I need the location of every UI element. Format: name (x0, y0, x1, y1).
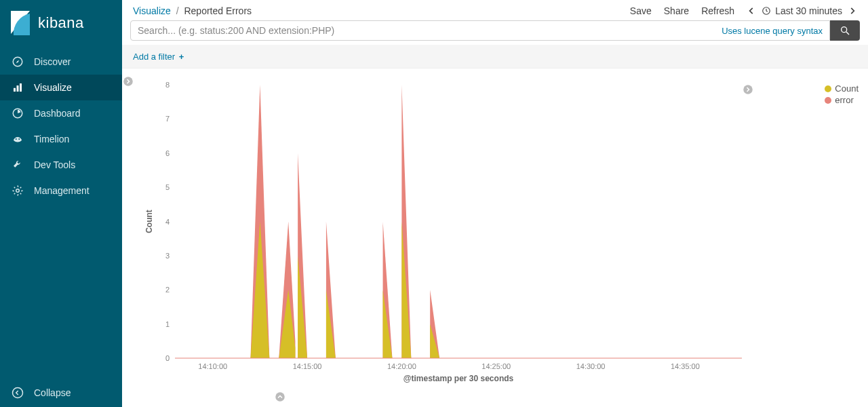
nav-label: Management (34, 185, 90, 196)
search-row: Uses lucene query syntax (122, 19, 868, 45)
sidebar-item-discover-icon (12, 56, 24, 68)
lucene-syntax-link[interactable]: Uses lucene query syntax (722, 26, 823, 36)
svg-text:14:30:00: 14:30:00 (576, 362, 606, 370)
time-prev-button[interactable] (747, 6, 756, 16)
sidebar-item-management-icon (12, 185, 24, 197)
svg-text:14:10:00: 14:10:00 (198, 362, 227, 370)
nav-label: Timelion (34, 134, 69, 144)
sidebar-item-management[interactable]: Management (0, 178, 122, 204)
chevron-circle-up-icon (274, 391, 286, 403)
topbar-actions: Save Share Refresh Last 30 minutes (630, 5, 857, 16)
breadcrumb: Visualize / Reported Errors (133, 5, 252, 16)
main: Visualize / Reported Errors Save Share R… (122, 0, 868, 407)
chevron-right-icon (848, 6, 857, 16)
nav-label: Dev Tools (34, 159, 75, 170)
collapse-icon (12, 387, 24, 399)
expand-sidepanel-button[interactable] (122, 75, 134, 90)
svg-text:Count: Count (144, 210, 154, 233)
svg-point-8 (16, 189, 20, 193)
svg-point-6 (16, 138, 17, 140)
sidebar-item-dev-tools-icon (12, 159, 24, 171)
sidebar-item-dashboard[interactable]: Dashboard (0, 100, 122, 126)
viz-area: 01234567814:10:0014:15:0014:20:0014:25:0… (122, 69, 868, 407)
add-filter-label: Add a filter (133, 52, 175, 62)
sidebar-item-timelion-icon (12, 133, 24, 145)
svg-text:2: 2 (165, 286, 170, 294)
legend-label: Count (835, 83, 859, 94)
brand-logo[interactable]: kibana (0, 0, 122, 46)
legend-dot (825, 85, 831, 92)
sidebar-item-timelion[interactable]: Timelion (0, 126, 122, 152)
svg-rect-4 (20, 83, 22, 92)
svg-text:4: 4 (165, 218, 170, 226)
legend-label: error (835, 95, 853, 105)
chevron-left-icon (747, 6, 756, 16)
svg-text:3: 3 (165, 252, 170, 260)
nav-label: Discover (34, 56, 71, 67)
time-range-label: Last 30 minutes (775, 5, 842, 16)
refresh-button[interactable]: Refresh (701, 5, 734, 16)
svg-text:14:20:00: 14:20:00 (387, 362, 416, 370)
clock-icon (762, 6, 771, 16)
svg-text:6: 6 (165, 149, 170, 157)
chart-container: 01234567814:10:0014:15:0014:20:0014:25:0… (144, 79, 746, 385)
svg-line-12 (846, 32, 849, 35)
sidebar-item-visualize[interactable]: Visualize (0, 75, 122, 100)
topbar: Visualize / Reported Errors Save Share R… (122, 0, 868, 19)
svg-text:7: 7 (165, 115, 170, 123)
svg-text:5: 5 (165, 183, 170, 191)
add-filter-button[interactable]: Add a filter + (133, 52, 184, 62)
search-box: Uses lucene query syntax (130, 20, 830, 41)
time-next-button[interactable] (848, 6, 857, 16)
svg-text:1: 1 (165, 320, 170, 328)
svg-text:14:35:00: 14:35:00 (671, 362, 700, 370)
search-icon (840, 25, 850, 36)
collapse-label: Collapse (34, 387, 71, 398)
svg-point-7 (18, 138, 20, 140)
chevron-circle-right-icon (122, 75, 134, 88)
sidebar-collapse[interactable]: Collapse (0, 379, 122, 407)
legend-item-error[interactable]: error (825, 95, 859, 105)
svg-text:14:25:00: 14:25:00 (481, 362, 511, 370)
svg-text:14:15:00: 14:15:00 (293, 362, 322, 370)
svg-point-33 (275, 392, 285, 402)
expand-spy-panel-button[interactable] (274, 391, 286, 406)
breadcrumb-root[interactable]: Visualize (133, 5, 171, 16)
sidebar-item-dev-tools[interactable]: Dev Tools (0, 152, 122, 178)
legend-dot (825, 97, 831, 104)
svg-text:8: 8 (165, 81, 170, 89)
plus-icon: + (179, 52, 184, 62)
legend-item-count[interactable]: Count (825, 83, 859, 94)
brand-name: kibana (38, 14, 84, 32)
time-range-button[interactable]: Last 30 minutes (762, 5, 842, 16)
svg-point-13 (123, 77, 133, 86)
kibana-logo-icon (9, 9, 31, 37)
search-input[interactable] (138, 25, 715, 36)
share-button[interactable]: Share (664, 5, 689, 16)
sidebar-item-dashboard-icon (12, 107, 24, 119)
svg-text:0: 0 (165, 354, 170, 362)
svg-point-9 (13, 388, 23, 398)
sidebar: kibana DiscoverVisualizeDashboardTimelio… (0, 0, 122, 407)
legend: Counterror (825, 83, 859, 106)
svg-rect-3 (17, 85, 19, 92)
svg-rect-2 (14, 88, 16, 92)
nav-label: Visualize (34, 82, 72, 93)
filter-bar: Add a filter + (122, 45, 868, 69)
svg-point-11 (842, 27, 847, 33)
sidebar-nav: DiscoverVisualizeDashboardTimelionDev To… (0, 46, 122, 379)
breadcrumb-sep: / (176, 5, 179, 16)
nav-label: Dashboard (34, 108, 81, 119)
search-button[interactable] (830, 20, 860, 41)
chart-svg[interactable]: 01234567814:10:0014:15:0014:20:0014:25:0… (144, 79, 746, 385)
save-button[interactable]: Save (630, 5, 652, 16)
svg-text:@timestamp per 30 seconds: @timestamp per 30 seconds (403, 374, 514, 383)
sidebar-item-discover[interactable]: Discover (0, 49, 122, 75)
breadcrumb-leaf: Reported Errors (184, 5, 252, 16)
sidebar-item-visualize-icon (12, 81, 24, 94)
